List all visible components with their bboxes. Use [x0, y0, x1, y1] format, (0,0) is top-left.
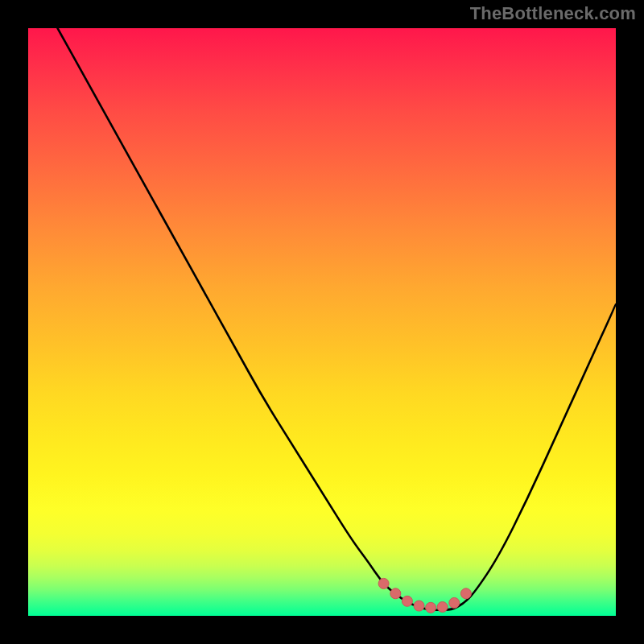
plot-area: [28, 28, 616, 616]
svg-point-6: [449, 597, 460, 608]
svg-point-0: [378, 578, 389, 588]
svg-point-2: [402, 596, 412, 606]
svg-point-4: [426, 602, 436, 613]
svg-point-3: [414, 601, 424, 611]
svg-point-7: [460, 588, 471, 599]
svg-point-1: [390, 588, 401, 599]
svg-point-5: [437, 602, 448, 613]
chart-svg: [28, 28, 616, 616]
bottleneck-curve: [58, 28, 617, 610]
watermark-text: TheBottleneck.com: [470, 3, 636, 24]
